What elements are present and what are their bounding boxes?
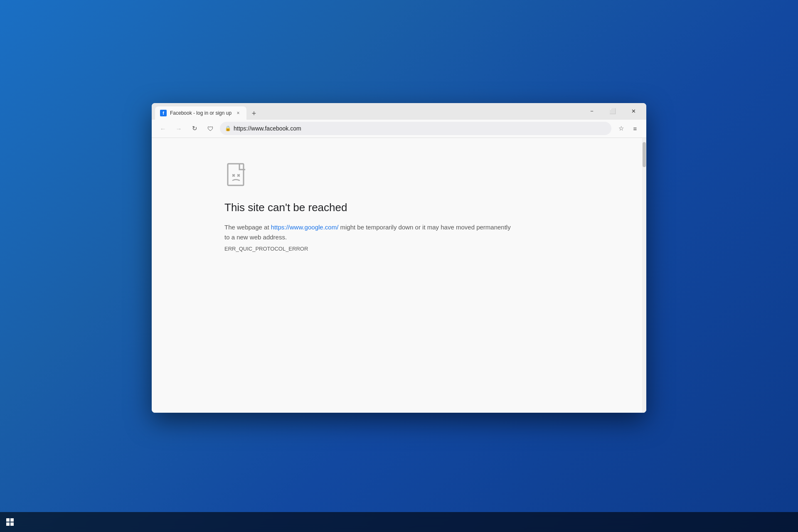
nav-bar: ← → ↻ 🛡 🔒 https://www.facebook.com ☆ ≡ — [152, 120, 646, 138]
forward-icon: → — [176, 125, 182, 132]
lock-icon: 🔒 — [225, 126, 231, 131]
shield-button[interactable]: 🛡 — [204, 122, 217, 135]
menu-button[interactable]: ≡ — [629, 122, 641, 135]
error-description-before: The webpage at — [224, 224, 271, 231]
title-bar: f Facebook - log in or sign up × + − ⬜ ✕ — [152, 103, 646, 120]
maximize-button[interactable]: ⬜ — [603, 105, 622, 118]
browser-tab[interactable]: f Facebook - log in or sign up × — [155, 106, 246, 120]
svg-rect-5 — [6, 518, 10, 522]
error-title: This site can't be reached — [224, 201, 642, 214]
nav-right-icons: ☆ ≡ — [615, 122, 641, 135]
page-content: This site can't be reached The webpage a… — [152, 138, 646, 413]
tab-strip: f Facebook - log in or sign up × + — [155, 103, 579, 120]
svg-rect-6 — [10, 518, 14, 522]
address-text: https://www.facebook.com — [234, 125, 606, 132]
scrollbar[interactable] — [642, 138, 646, 413]
svg-rect-8 — [10, 522, 14, 526]
back-icon: ← — [160, 125, 166, 132]
scrollbar-thumb[interactable] — [643, 142, 646, 167]
minimize-button[interactable]: − — [582, 105, 601, 118]
error-description: The webpage at https://www.google.com/ m… — [224, 222, 515, 242]
error-url[interactable]: https://www.google.com/ — [271, 224, 339, 231]
svg-rect-0 — [228, 164, 244, 185]
refresh-button[interactable]: ↻ — [188, 122, 201, 135]
address-bar[interactable]: 🔒 https://www.facebook.com — [220, 122, 611, 135]
error-icon — [224, 163, 249, 188]
forward-button[interactable]: → — [172, 122, 185, 135]
page-body: This site can't be reached The webpage a… — [152, 138, 642, 413]
bookmark-button[interactable]: ☆ — [615, 122, 627, 135]
close-button[interactable]: ✕ — [624, 105, 643, 118]
start-button[interactable] — [0, 512, 20, 532]
back-button[interactable]: ← — [157, 122, 169, 135]
tab-title: Facebook - log in or sign up — [170, 110, 232, 116]
window-controls: − ⬜ ✕ — [582, 105, 643, 118]
shield-icon: 🛡 — [207, 125, 214, 132]
browser-window: f Facebook - log in or sign up × + − ⬜ ✕… — [152, 103, 646, 413]
refresh-icon: ↻ — [192, 125, 197, 132]
svg-rect-7 — [6, 522, 10, 526]
error-code: ERR_QUIC_PROTOCOL_ERROR — [224, 246, 642, 252]
taskbar — [0, 512, 798, 532]
tab-favicon: f — [160, 110, 167, 116]
hamburger-icon: ≡ — [633, 125, 637, 132]
tab-close-button[interactable]: × — [235, 110, 241, 116]
new-tab-button[interactable]: + — [248, 108, 260, 120]
star-icon: ☆ — [618, 125, 624, 132]
